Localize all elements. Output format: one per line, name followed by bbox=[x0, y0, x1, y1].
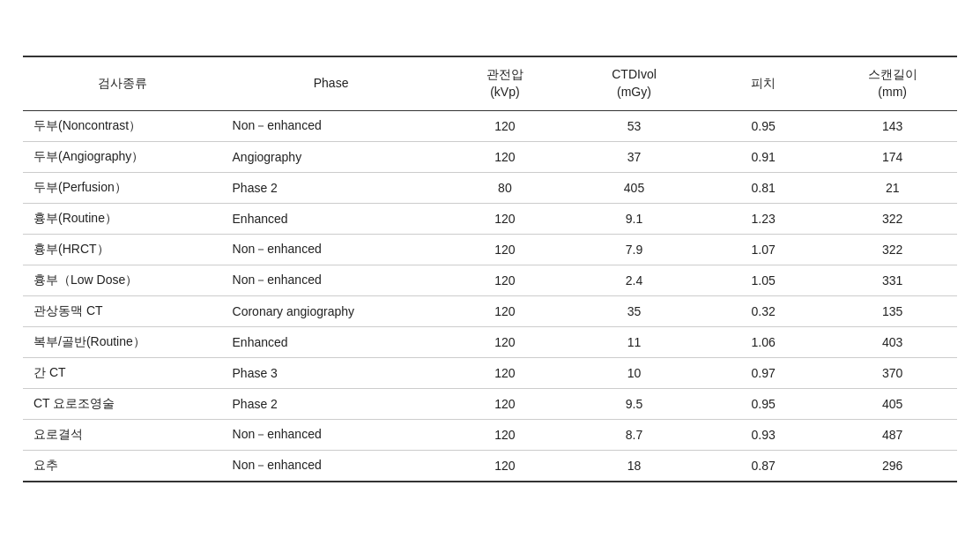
cell-scan: 322 bbox=[828, 234, 957, 265]
cell-pitch: 0.87 bbox=[699, 450, 828, 482]
cell-phase: Non－enhanced bbox=[222, 450, 441, 482]
cell-kvp: 120 bbox=[441, 357, 570, 388]
cell-phase: Angiography bbox=[222, 141, 441, 172]
cell-kvp: 120 bbox=[441, 388, 570, 419]
cell-phase: Coronary angiography bbox=[222, 295, 441, 326]
header-pitch: 피치 bbox=[699, 56, 828, 110]
cell-exam: 흉부(Routine） bbox=[23, 203, 222, 234]
cell-kvp: 120 bbox=[441, 203, 570, 234]
cell-scan: 322 bbox=[828, 203, 957, 234]
cell-scan: 174 bbox=[828, 141, 957, 172]
cell-ctdi: 9.5 bbox=[569, 388, 699, 419]
cell-ctdi: 53 bbox=[569, 110, 699, 141]
cell-ctdi: 18 bbox=[569, 450, 699, 482]
cell-exam: 두부(Noncontrast） bbox=[23, 110, 222, 141]
cell-ctdi: 7.9 bbox=[569, 234, 699, 265]
cell-kvp: 120 bbox=[441, 234, 570, 265]
cell-exam: 요추 bbox=[23, 450, 222, 482]
cell-scan: 405 bbox=[828, 388, 957, 419]
cell-scan: 296 bbox=[828, 450, 957, 482]
cell-ctdi: 37 bbox=[569, 141, 699, 172]
table-row: 복부/골반(Routine）Enhanced120111.06403 bbox=[23, 326, 957, 357]
cell-kvp: 120 bbox=[441, 326, 570, 357]
header-exam: 검사종류 bbox=[23, 56, 222, 110]
cell-phase: Enhanced bbox=[222, 326, 441, 357]
header-scan: 스캔길이 (mm) bbox=[828, 56, 957, 110]
cell-exam: 두부(Perfusion） bbox=[23, 172, 222, 203]
table-row: 관상동맥 CTCoronary angiography120350.32135 bbox=[23, 295, 957, 326]
cell-exam: 흉부(HRCT） bbox=[23, 234, 222, 265]
cell-scan: 143 bbox=[828, 110, 957, 141]
cell-ctdi: 9.1 bbox=[569, 203, 699, 234]
cell-ctdi: 35 bbox=[569, 295, 699, 326]
cell-pitch: 1.07 bbox=[699, 234, 828, 265]
cell-pitch: 1.05 bbox=[699, 265, 828, 295]
cell-exam: 요로결석 bbox=[23, 419, 222, 450]
cell-exam: 두부(Angiography） bbox=[23, 141, 222, 172]
cell-exam: 간 CT bbox=[23, 357, 222, 388]
cell-pitch: 0.32 bbox=[699, 295, 828, 326]
cell-phase: Non－enhanced bbox=[222, 234, 441, 265]
cell-pitch: 0.81 bbox=[699, 172, 828, 203]
cell-exam: 관상동맥 CT bbox=[23, 295, 222, 326]
cell-ctdi: 405 bbox=[569, 172, 699, 203]
cell-exam: 복부/골반(Routine） bbox=[23, 326, 222, 357]
cell-phase: Phase 2 bbox=[222, 172, 441, 203]
cell-scan: 21 bbox=[828, 172, 957, 203]
cell-pitch: 0.95 bbox=[699, 110, 828, 141]
main-table-container: 검사종류 Phase 관전압 (kVp) CTDIvol (mGy) 피치 스캔 bbox=[23, 56, 957, 482]
cell-phase: Enhanced bbox=[222, 203, 441, 234]
cell-phase: Non－enhanced bbox=[222, 110, 441, 141]
cell-kvp: 120 bbox=[441, 265, 570, 295]
table-row: 두부(Perfusion）Phase 2804050.8121 bbox=[23, 172, 957, 203]
cell-pitch: 0.97 bbox=[699, 357, 828, 388]
cell-kvp: 120 bbox=[441, 141, 570, 172]
cell-exam: 흉부（Low Dose） bbox=[23, 265, 222, 295]
cell-pitch: 0.91 bbox=[699, 141, 828, 172]
table-header-row: 검사종류 Phase 관전압 (kVp) CTDIvol (mGy) 피치 스캔 bbox=[23, 56, 957, 110]
table-row: 흉부（Low Dose）Non－enhanced1202.41.05331 bbox=[23, 265, 957, 295]
cell-kvp: 80 bbox=[441, 172, 570, 203]
cell-phase: Phase 3 bbox=[222, 357, 441, 388]
cell-scan: 403 bbox=[828, 326, 957, 357]
table-row: 요로결석Non－enhanced1208.70.93487 bbox=[23, 419, 957, 450]
cell-phase: Non－enhanced bbox=[222, 419, 441, 450]
cell-ctdi: 10 bbox=[569, 357, 699, 388]
table-row: 흉부(HRCT）Non－enhanced1207.91.07322 bbox=[23, 234, 957, 265]
cell-pitch: 1.06 bbox=[699, 326, 828, 357]
cell-pitch: 0.95 bbox=[699, 388, 828, 419]
cell-kvp: 120 bbox=[441, 450, 570, 482]
header-phase: Phase bbox=[222, 56, 441, 110]
cell-scan: 331 bbox=[828, 265, 957, 295]
data-table: 검사종류 Phase 관전압 (kVp) CTDIvol (mGy) 피치 스캔 bbox=[23, 56, 957, 482]
cell-pitch: 1.23 bbox=[699, 203, 828, 234]
cell-exam: CT 요로조영술 bbox=[23, 388, 222, 419]
table-row: CT 요로조영술Phase 21209.50.95405 bbox=[23, 388, 957, 419]
table-row: 요추Non－enhanced120180.87296 bbox=[23, 450, 957, 482]
table-row: 흉부(Routine）Enhanced1209.11.23322 bbox=[23, 203, 957, 234]
cell-scan: 135 bbox=[828, 295, 957, 326]
cell-kvp: 120 bbox=[441, 295, 570, 326]
table-row: 두부(Noncontrast）Non－enhanced120530.95143 bbox=[23, 110, 957, 141]
cell-ctdi: 8.7 bbox=[569, 419, 699, 450]
header-kvp: 관전압 (kVp) bbox=[441, 56, 570, 110]
cell-scan: 370 bbox=[828, 357, 957, 388]
cell-ctdi: 11 bbox=[569, 326, 699, 357]
table-row: 두부(Angiography）Angiography120370.91174 bbox=[23, 141, 957, 172]
cell-kvp: 120 bbox=[441, 110, 570, 141]
cell-kvp: 120 bbox=[441, 419, 570, 450]
header-ctdi: CTDIvol (mGy) bbox=[569, 56, 699, 110]
cell-scan: 487 bbox=[828, 419, 957, 450]
table-row: 간 CTPhase 3120100.97370 bbox=[23, 357, 957, 388]
cell-phase: Non－enhanced bbox=[222, 265, 441, 295]
cell-phase: Phase 2 bbox=[222, 388, 441, 419]
cell-pitch: 0.93 bbox=[699, 419, 828, 450]
cell-ctdi: 2.4 bbox=[569, 265, 699, 295]
